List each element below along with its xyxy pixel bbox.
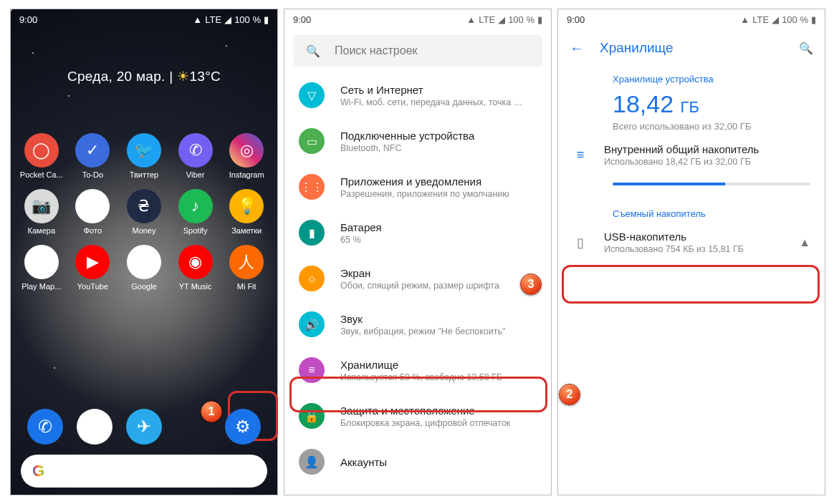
app-1[interactable]: ✓To-Do: [70, 133, 117, 179]
app-icon: ▶: [24, 245, 59, 279]
wifi-icon: ▲: [740, 14, 749, 25]
app-label: To-Do: [82, 170, 103, 179]
app-label: Viber: [186, 170, 204, 179]
settings-row-1[interactable]: ▭Подключенные устройстваBluetooth, NFC: [284, 118, 551, 164]
app-icon: G: [127, 245, 161, 279]
app-3[interactable]: ✆Viber: [172, 133, 219, 179]
settings-subtitle: Wi-Fi, моб. сети, передача данных, точка…: [340, 97, 527, 107]
settings-subtitle: Обои, спящий режим, размер шрифта: [340, 281, 499, 291]
app-12[interactable]: GGoogle: [120, 245, 168, 291]
settings-title: Батарея: [340, 221, 382, 233]
settings-icon: 🔒: [299, 403, 325, 429]
app-icon: 📷: [24, 189, 59, 223]
assistant-icon[interactable]: 🎙: [244, 465, 256, 478]
app-icon: ◎: [229, 133, 264, 168]
app-7[interactable]: ₴Money: [120, 189, 168, 235]
settings-row-2[interactable]: ⋮⋮Приложения и уведомленияРазрешения, пр…: [284, 164, 551, 210]
storage-icon: ≡: [572, 147, 588, 163]
app-icon: ♪: [178, 189, 213, 223]
settings-icon: ▮: [299, 220, 325, 246]
settings-title: Хранилище: [340, 359, 502, 371]
app-label: YT Music: [179, 282, 212, 291]
battery-label: 100 %: [234, 14, 261, 25]
search-placeholder: Поиск настроек: [335, 44, 418, 57]
app-0[interactable]: ◯Pocket Ca...: [18, 133, 65, 179]
app-14[interactable]: 人Mi Fit: [223, 245, 270, 291]
dock-settings[interactable]: ⚙: [225, 409, 261, 445]
eject-icon[interactable]: ▲: [799, 236, 810, 249]
dock-chrome[interactable]: ◉: [77, 409, 112, 445]
settings-subtitle: Блокировка экрана, цифровой отпечаток: [340, 418, 510, 428]
settings-row-6[interactable]: ≡ХранилищеИспользуется 58 %, свободно 13…: [284, 347, 551, 393]
app-label: Spotify: [183, 226, 208, 235]
settings-title: Подключенные устройства: [340, 130, 474, 142]
settings-title: Звук: [340, 313, 505, 325]
settings-icon: ▭: [299, 128, 325, 154]
settings-icon: ≡: [299, 357, 325, 383]
removable-heading: Съемный накопитель: [558, 201, 825, 219]
badge-2: 2: [559, 384, 580, 405]
app-icon: ✓: [75, 133, 110, 168]
signal-icon: ◢: [498, 14, 505, 25]
app-13[interactable]: ◉YT Music: [172, 245, 219, 291]
usb-storage-row[interactable]: ▯ USB-накопитель Использовано 754 КБ из …: [558, 219, 825, 266]
settings-icon: ☼: [299, 266, 325, 291]
dock-telegram[interactable]: ✈: [126, 409, 162, 445]
settings-search[interactable]: 🔍 Поиск настроек: [293, 35, 542, 67]
app-label: Камера: [28, 226, 55, 235]
settings-icon: ▽: [299, 82, 325, 108]
date-weather[interactable]: Среда, 20 мар. | ☀13°C: [11, 68, 277, 84]
dock-phone[interactable]: ✆: [27, 409, 63, 445]
settings-title: Аккаунты: [340, 456, 387, 468]
app-6[interactable]: ✦Фото: [70, 189, 117, 235]
page-title: Хранилище: [600, 40, 783, 56]
settings-subtitle: Звук, вибрация, режим "Не беспокоить": [340, 326, 505, 336]
wifi-icon: ▲: [466, 14, 476, 25]
search-icon[interactable]: 🔍: [799, 42, 813, 55]
settings-row-0[interactable]: ▽Сеть и ИнтернетWi-Fi, моб. сети, переда…: [284, 72, 551, 118]
settings-row-8[interactable]: 👤Аккаунты: [284, 439, 551, 485]
settings-icon: 🔊: [299, 311, 325, 337]
badge-3: 3: [520, 273, 542, 295]
app-10[interactable]: ▶Play Мар...: [18, 245, 65, 291]
app-label: Фото: [84, 226, 102, 235]
settings-icon: 👤: [299, 449, 325, 475]
settings-title: Сеть и Интернет: [340, 84, 527, 96]
app-4[interactable]: ◎Instagram: [223, 133, 270, 179]
settings-row-4[interactable]: ☼ЭкранОбои, спящий режим, размер шрифта: [284, 256, 551, 301]
signal-icon: ◢: [224, 14, 231, 25]
app-label: Money: [132, 226, 155, 235]
status-bar: 9:00 ▲ LTE ◢ 100 % ▮: [284, 9, 551, 29]
app-8[interactable]: ♪Spotify: [172, 189, 219, 235]
battery-icon: ▮: [537, 14, 542, 25]
settings-row-3[interactable]: ▮Батарея65 %: [284, 210, 551, 256]
battery-icon: ▮: [264, 14, 269, 25]
status-bar: 9:00 ▲ LTE ◢ 100 % ▮: [558, 9, 825, 29]
app-5[interactable]: 📷Камера: [18, 189, 65, 235]
app-icon: 🐦: [127, 133, 161, 168]
dock-blank: [176, 409, 211, 445]
signal-icon: ◢: [772, 14, 779, 25]
battery-icon: ▮: [811, 14, 816, 25]
device-storage-heading: Хранилище устройства: [558, 67, 825, 84]
settings-icon: ⋮⋮: [299, 174, 325, 200]
app-icon: ✦: [75, 189, 110, 223]
settings-title: Экран: [340, 267, 499, 279]
search-icon: 🔍: [306, 44, 320, 58]
app-label: YouTube: [77, 282, 108, 291]
app-label: Заметки: [231, 226, 262, 235]
google-logo-icon: G: [32, 462, 44, 480]
settings-row-7[interactable]: 🔒Защита и местоположениеБлокировка экран…: [284, 393, 551, 439]
settings-row-5[interactable]: 🔊ЗвукЗвук, вибрация, режим "Не беспокоит…: [284, 301, 551, 347]
back-icon[interactable]: ←: [570, 40, 584, 57]
app-11[interactable]: ▶YouTube: [70, 245, 117, 291]
app-label: Mi Fit: [237, 282, 257, 291]
sun-icon: ☀: [177, 69, 189, 84]
app-9[interactable]: 💡Заметки: [223, 189, 270, 235]
internal-storage-row[interactable]: ≡ Внутренний общий накопитель Использова…: [558, 132, 825, 178]
google-search-bar[interactable]: G 🎙: [21, 455, 267, 488]
app-icon: 💡: [229, 189, 264, 223]
app-label: Pocket Ca...: [20, 170, 63, 179]
app-2[interactable]: 🐦Твиттер: [120, 133, 168, 179]
settings-title: Защита и местоположение: [340, 404, 510, 417]
